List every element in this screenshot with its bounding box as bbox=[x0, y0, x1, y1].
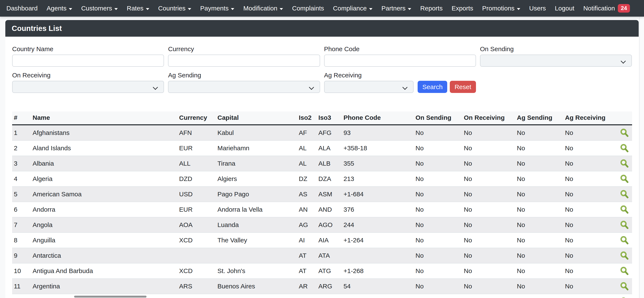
nav-item-rates[interactable]: Rates bbox=[122, 0, 154, 17]
nav-item-label: Payments bbox=[200, 5, 228, 12]
table-cell: No bbox=[414, 202, 462, 217]
table-cell: ALL bbox=[178, 156, 216, 171]
magnifier-icon[interactable] bbox=[620, 297, 629, 298]
nav-item-logout[interactable]: Logout bbox=[550, 0, 579, 17]
horizontal-scrollbar-thumb[interactable] bbox=[74, 296, 146, 297]
nav-item-partners[interactable]: Partners bbox=[377, 0, 416, 17]
table-cell: No bbox=[462, 202, 515, 217]
table-row: 7AngolaAOALuandaAGAGO244NoNoNoNo bbox=[12, 217, 632, 232]
table-cell: AR bbox=[297, 278, 317, 294]
table-cell: AIA bbox=[317, 232, 342, 248]
table-cell-actions bbox=[616, 278, 632, 294]
magnifier-icon[interactable] bbox=[620, 266, 629, 276]
table-cell: No bbox=[462, 294, 515, 298]
nav-item-users[interactable]: Users bbox=[525, 0, 550, 17]
nav-item-promotions[interactable]: Promotions bbox=[478, 0, 525, 17]
chevron-down-icon bbox=[153, 85, 158, 90]
magnifier-icon[interactable] bbox=[620, 205, 629, 214]
column-header: Iso2 bbox=[297, 112, 317, 125]
magnifier-icon[interactable] bbox=[620, 251, 629, 260]
ag-receiving-select[interactable] bbox=[324, 81, 414, 93]
table-cell: 2 bbox=[12, 140, 31, 156]
countries-card: Countries List Country Name Currency Pho… bbox=[5, 20, 639, 298]
chevron-down-icon bbox=[620, 58, 626, 64]
table-cell: ARG bbox=[317, 278, 342, 294]
table-cell: No bbox=[515, 186, 563, 202]
caret-down-icon bbox=[188, 8, 191, 10]
table-cell: Andorra la Vella bbox=[216, 202, 297, 217]
nav-item-label: Modification bbox=[243, 5, 277, 12]
nav-item-label: Dashboard bbox=[6, 5, 38, 12]
filter-ag-receiving: Ag Receiving bbox=[324, 71, 414, 93]
nav-item-customers[interactable]: Customers bbox=[77, 0, 122, 17]
column-header-actions bbox=[616, 112, 632, 125]
table-cell: No bbox=[462, 140, 515, 156]
table-cell: DZD bbox=[178, 171, 216, 186]
on-sending-select[interactable] bbox=[480, 55, 632, 67]
table-row: 11ArgentinaARSBuenos AiresARARG54NoNoNoN… bbox=[12, 278, 632, 294]
table-cell: No bbox=[563, 171, 616, 186]
nav-item-modification[interactable]: Modification bbox=[239, 0, 288, 17]
navbar-items: DashboardAgentsCustomersRatesCountriesPa… bbox=[2, 0, 634, 17]
filters: Country Name Currency Phone Code On Send… bbox=[12, 45, 632, 93]
country-name-input[interactable] bbox=[12, 55, 164, 67]
table-cell: No bbox=[563, 125, 616, 141]
search-button[interactable]: Search bbox=[418, 81, 447, 93]
table-cell-actions bbox=[616, 202, 632, 217]
on-receiving-select[interactable] bbox=[12, 81, 164, 93]
table-cell: Algiers bbox=[216, 171, 297, 186]
magnifier-icon[interactable] bbox=[620, 235, 629, 245]
table-cell bbox=[178, 248, 216, 263]
nav-item-label: Rates bbox=[127, 5, 143, 12]
phone-code-input[interactable] bbox=[324, 55, 476, 67]
table-cell: No bbox=[563, 278, 616, 294]
nav-item-dashboard[interactable]: Dashboard bbox=[2, 0, 42, 17]
table-cell: No bbox=[515, 263, 563, 278]
nav-item-agents[interactable]: Agents bbox=[42, 0, 77, 17]
table-cell: No bbox=[414, 278, 462, 294]
table-cell: 355 bbox=[342, 156, 414, 171]
table-cell: No bbox=[414, 186, 462, 202]
table-cell: ATA bbox=[317, 248, 342, 263]
table-cell: +358-18 bbox=[342, 140, 414, 156]
table-cell: DZ bbox=[297, 171, 317, 186]
table-cell bbox=[342, 248, 414, 263]
nav-item-notification[interactable]: Notification24 bbox=[579, 0, 634, 17]
nav-item-exports[interactable]: Exports bbox=[447, 0, 478, 17]
nav-item-compliance[interactable]: Compliance bbox=[328, 0, 377, 17]
currency-input[interactable] bbox=[168, 55, 320, 67]
table-cell: AG bbox=[297, 217, 317, 232]
table-cell: No bbox=[563, 217, 616, 232]
magnifier-icon[interactable] bbox=[620, 143, 629, 153]
table-cell: 5 bbox=[12, 186, 31, 202]
table-cell: No bbox=[462, 263, 515, 278]
nav-item-complaints[interactable]: Complaints bbox=[288, 0, 328, 17]
nav-item-countries[interactable]: Countries bbox=[154, 0, 196, 17]
nav-item-label: Customers bbox=[81, 5, 112, 12]
column-header: Capital bbox=[216, 112, 297, 125]
table-cell: Buenos Aires bbox=[216, 278, 297, 294]
nav-item-label: Agents bbox=[47, 5, 66, 12]
magnifier-icon[interactable] bbox=[620, 220, 629, 230]
reset-button[interactable]: Reset bbox=[450, 81, 476, 93]
filter-ag-receiving-group: Ag Receiving Search Reset bbox=[324, 71, 476, 93]
table-row: 2Aland IslandsEURMariehamnALALA+358-18No… bbox=[12, 140, 632, 156]
magnifier-icon[interactable] bbox=[620, 189, 629, 199]
table-cell: Angola bbox=[31, 217, 178, 232]
vertical-scrollbar[interactable] bbox=[639, 17, 644, 298]
magnifier-icon[interactable] bbox=[620, 281, 629, 291]
table-cell: No bbox=[414, 156, 462, 171]
magnifier-icon[interactable] bbox=[620, 174, 629, 184]
nav-item-label: Notification bbox=[583, 5, 615, 12]
magnifier-icon[interactable] bbox=[620, 159, 629, 168]
nav-item-reports[interactable]: Reports bbox=[416, 0, 447, 17]
ag-sending-select[interactable] bbox=[168, 81, 320, 93]
caret-down-icon bbox=[517, 8, 520, 10]
table-cell: No bbox=[414, 294, 462, 298]
table-cell: 1 bbox=[12, 125, 31, 141]
nav-item-payments[interactable]: Payments bbox=[196, 0, 239, 17]
magnifier-icon[interactable] bbox=[620, 128, 629, 137]
table-cell: Andorra bbox=[31, 202, 178, 217]
nav-item-label: Complaints bbox=[292, 5, 324, 12]
table-cell: 244 bbox=[342, 217, 414, 232]
